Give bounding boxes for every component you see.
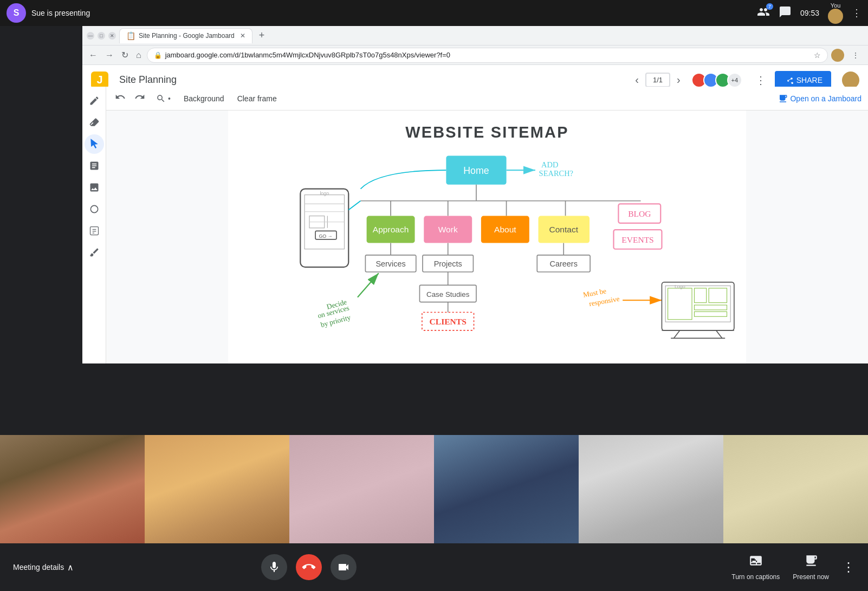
bottom-bar: Meeting details ∧ Turn on captions Prese… (0, 543, 868, 591)
svg-text:Contact: Contact (549, 225, 578, 234)
browser-titlebar: — □ ✕ 📋 Site Planning - Google Jamboard … (82, 26, 868, 46)
meeting-details-chevron-icon: ∧ (67, 562, 74, 573)
select-tool-button[interactable] (85, 134, 104, 154)
close-button[interactable]: ✕ (108, 32, 116, 40)
url-text: jamboard.google.com/d/1bwlanmc5m4WmjlcxD… (165, 51, 811, 59)
window-controls: — □ ✕ (87, 32, 116, 40)
turn-on-captions-button[interactable]: Turn on captions (731, 554, 780, 581)
top-bar-right: 7 09:53 You ⋮ (757, 2, 861, 24)
home-button[interactable]: ⌂ (134, 48, 144, 62)
new-tab-button[interactable]: + (255, 29, 269, 42)
svg-text:Approach: Approach (373, 225, 409, 234)
next-frame-button[interactable]: › (677, 74, 681, 86)
jamboard-secondary-toolbar: • Background Clear frame Open on a Jambo… (106, 87, 868, 111)
frame-indicator: 1/1 (645, 73, 670, 87)
tab-favicon: 📋 (126, 31, 135, 40)
participant-video-4 (434, 435, 579, 543)
you-label: You (831, 2, 841, 9)
participant-video-6 (723, 435, 868, 543)
minimize-button[interactable]: — (87, 32, 94, 40)
captions-icon (749, 554, 763, 571)
svg-text:EVENTS: EVENTS (621, 235, 654, 244)
refresh-button[interactable]: ↻ (119, 48, 131, 62)
browser-menu-button[interactable]: ⋮ (847, 49, 864, 62)
undo-button[interactable] (113, 89, 128, 107)
back-button[interactable]: ← (87, 48, 100, 62)
time-display: 09:53 (800, 9, 819, 17)
present-now-button[interactable]: Present now (793, 554, 829, 581)
open-on-jamboard-label: Open on a Jamboard (790, 94, 861, 103)
collaborator-avatars: +4 (691, 73, 742, 88)
owner-avatar (842, 72, 859, 89)
image-tool-button[interactable] (85, 178, 104, 197)
share-button-label: SHARE (796, 76, 822, 85)
end-call-button[interactable] (296, 554, 322, 580)
open-on-jamboard-button[interactable]: Open on a Jamboard (778, 94, 861, 103)
svg-text:Services: Services (375, 259, 405, 268)
svg-text:About: About (494, 225, 516, 234)
svg-text:SEARCH?: SEARCH? (539, 169, 573, 178)
svg-text:Case Studies: Case Studies (426, 290, 470, 298)
drawing-tools-sidebar (82, 87, 106, 363)
shape-tool-button[interactable] (85, 199, 104, 219)
pen-tool-button[interactable] (85, 91, 104, 111)
more-options-button[interactable]: ⋮ (852, 7, 861, 19)
browser-profile-icon[interactable] (831, 49, 844, 62)
participant-video-3 (289, 435, 434, 543)
chat-button[interactable] (779, 5, 792, 21)
active-tab[interactable]: 📋 Site Planning - Google Jamboard ✕ (119, 28, 252, 43)
svg-text:CLIENTS: CLIENTS (430, 317, 467, 326)
sitemap-canvas: WEBSITE SITEMAP Home ADD SEARCH? GO → lo… (106, 111, 868, 363)
turn-on-captions-label: Turn on captions (731, 573, 780, 581)
svg-text:Projects: Projects (434, 259, 462, 268)
svg-text:GO →: GO → (319, 233, 332, 239)
browser-toolbar: ← → ↻ ⌂ 🔒 jamboard.google.com/d/1bwlanmc… (82, 46, 868, 65)
previous-frame-button[interactable]: ‹ (635, 74, 639, 86)
center-controls (261, 554, 357, 580)
background-tool-label[interactable]: Background (179, 92, 229, 105)
sticky-note-tool-button[interactable] (85, 156, 104, 176)
svg-text:Logo: Logo (675, 284, 685, 289)
participants-button[interactable]: 7 (757, 5, 770, 21)
presenter-avatar: S (7, 3, 26, 23)
user-avatar (828, 9, 843, 24)
tab-bar: 📋 Site Planning - Google Jamboard ✕ + (119, 28, 864, 43)
microphone-button[interactable] (261, 554, 287, 580)
laser-tool-button[interactable] (85, 243, 104, 262)
participant-video-2 (145, 435, 289, 543)
forward-button[interactable]: → (103, 48, 116, 62)
svg-point-0 (90, 205, 98, 212)
sitemap-diagram: WEBSITE SITEMAP Home ADD SEARCH? GO → lo… (106, 111, 868, 363)
maximize-button[interactable]: □ (98, 32, 105, 40)
address-bar[interactable]: 🔒 jamboard.google.com/d/1bwlanmc5m4Wmjlc… (147, 48, 828, 63)
svg-rect-1 (90, 227, 98, 235)
zoom-button[interactable]: • (152, 92, 175, 106)
participant-video-5 (579, 435, 723, 543)
more-options-button[interactable]: ⋮ (842, 560, 855, 575)
meeting-details-label: Meeting details (13, 563, 64, 571)
tab-title: Site Planning - Google Jamboard (139, 32, 235, 40)
right-controls: Turn on captions Present now ⋮ (731, 554, 855, 581)
jamboard-more-button[interactable]: ⋮ (753, 72, 768, 89)
jamboard-logo: J (91, 72, 108, 89)
redo-button[interactable] (132, 89, 147, 107)
camera-button[interactable] (331, 554, 357, 580)
meeting-details-button[interactable]: Meeting details ∧ (13, 562, 74, 573)
svg-text:BLOG: BLOG (628, 209, 651, 218)
top-bar: S Sue is presenting 7 09:53 You ⋮ (0, 0, 868, 26)
clear-frame-tool-label[interactable]: Clear frame (233, 92, 281, 105)
svg-text:Work: Work (438, 225, 458, 234)
bookmark-icon[interactable]: ☆ (814, 51, 821, 60)
present-now-icon (804, 554, 818, 571)
eraser-tool-button[interactable] (85, 113, 104, 132)
text-box-tool-button[interactable] (85, 221, 104, 241)
svg-text:ADD: ADD (541, 160, 558, 169)
participants-count: 7 (766, 3, 773, 10)
presenter-name: Sue is presenting (31, 9, 757, 17)
participant-video-1 (0, 435, 145, 543)
svg-text:Home: Home (463, 165, 489, 176)
tab-close-button[interactable]: ✕ (240, 32, 245, 40)
jamboard-title: Site Planning (119, 74, 629, 86)
video-strip (0, 435, 868, 543)
svg-text:logo: logo (320, 191, 329, 196)
